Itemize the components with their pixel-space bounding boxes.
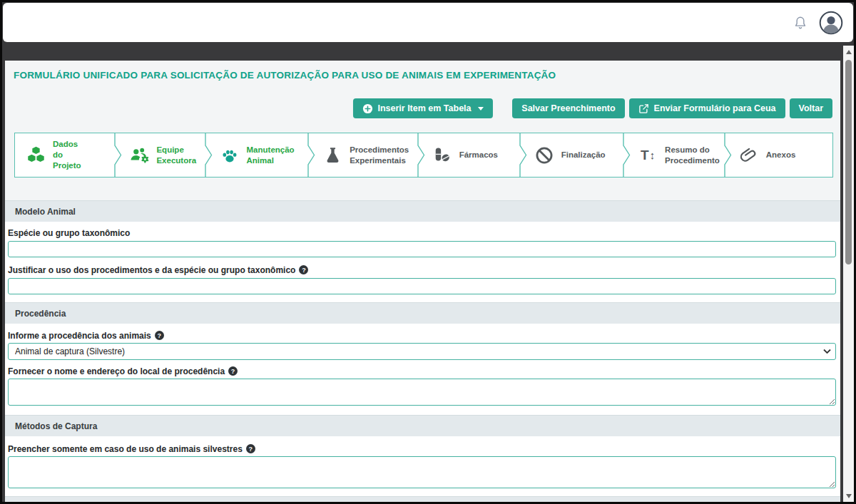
local-procedencia-label: Fornecer o nome e endereço do local de p… xyxy=(8,366,836,376)
form-body: Modelo Animal Espécie ou grupo taxonômic… xyxy=(5,200,840,502)
scroll-down-arrow-icon xyxy=(846,494,852,498)
tab-label: Fármacos xyxy=(459,150,498,160)
paw-icon xyxy=(220,145,240,165)
tab-equipe-executora[interactable]: Equipe Executora xyxy=(118,133,208,177)
save-label: Salvar Preenchimento xyxy=(521,103,615,113)
tab-resumo-do-procedimento[interactable]: T↕ Resumo do Procedimento xyxy=(627,133,728,177)
caret-down-icon xyxy=(478,107,484,110)
form-panel: FORMULÁRIO UNIFICADO PARA SOLICITAÇÃO DE… xyxy=(5,61,840,502)
especie-label: Espécie ou grupo taxonômico xyxy=(8,227,836,238)
justificativa-label: Justificar o uso dos procedimentos e da … xyxy=(8,264,836,275)
users-gear-icon xyxy=(129,145,149,165)
section-header-metodos-captura: Métodos de Captura xyxy=(5,415,840,436)
cubes-icon xyxy=(26,145,46,165)
save-button[interactable]: Salvar Preenchimento xyxy=(512,98,624,118)
section-header-next-partial xyxy=(5,496,840,502)
share-icon xyxy=(638,103,649,114)
page-title: FORMULÁRIO UNIFICADO PARA SOLICITAÇÃO DE… xyxy=(14,70,556,81)
bell-icon[interactable] xyxy=(792,14,809,32)
especie-input[interactable] xyxy=(8,241,836,257)
tab-procedimentos-experimentais[interactable]: Procedimentos Experimentais xyxy=(312,133,421,177)
procedencia-label: Informe a procedência dos animais ? xyxy=(8,330,836,341)
procedencia-select[interactable]: Animal de captura (Silvestre) xyxy=(8,343,836,360)
tab-label: Dados do Projeto xyxy=(53,139,87,170)
tab-label: Equipe Executora xyxy=(156,145,200,165)
paperclip-icon xyxy=(739,145,759,165)
local-procedencia-textarea[interactable] xyxy=(8,379,836,406)
tab-farmacos[interactable]: Fármacos xyxy=(422,133,524,177)
tab-label: Procedimentos Experimentais xyxy=(350,145,412,165)
text-height-icon: T↕ xyxy=(638,145,658,165)
tab-manutencao-animal[interactable]: Manutenção Animal xyxy=(209,133,312,177)
circle-plus-icon xyxy=(362,103,372,114)
help-icon[interactable]: ? xyxy=(299,265,308,274)
wizard-tab-bar: Dados do Projeto Equipe Executora xyxy=(14,133,833,178)
scroll-down-button[interactable] xyxy=(843,490,854,502)
pills-icon xyxy=(432,145,452,165)
help-icon[interactable]: ? xyxy=(228,366,238,376)
insert-item-label: Inserir Item em Tabela xyxy=(377,103,471,113)
tab-anexos[interactable]: Anexos xyxy=(728,133,832,177)
tab-label: Resumo do Procedimento xyxy=(665,145,720,165)
help-icon[interactable]: ? xyxy=(246,444,255,453)
user-avatar-icon[interactable] xyxy=(819,11,843,35)
section-header-modelo-animal: Modelo Animal xyxy=(5,200,840,222)
tab-finalizacao[interactable]: Finalização xyxy=(524,133,627,177)
tab-dados-do-projeto[interactable]: Dados do Projeto xyxy=(15,133,118,177)
send-to-ceua-button[interactable]: Enviar Formulário para Ceua xyxy=(629,98,785,118)
ban-icon xyxy=(534,145,554,165)
scroll-up-button[interactable] xyxy=(843,46,854,58)
tab-label: Anexos xyxy=(766,150,796,160)
flask-icon xyxy=(322,145,342,165)
scrollbar-thumb[interactable] xyxy=(845,60,852,264)
scroll-up-arrow-icon xyxy=(846,50,852,54)
send-to-ceua-label: Enviar Formulário para Ceua xyxy=(654,103,776,113)
section-header-procedencia: Procedência xyxy=(5,302,840,324)
metodos-captura-textarea[interactable] xyxy=(8,456,836,488)
insert-item-button[interactable]: Inserir Item em Tabela xyxy=(352,98,492,118)
help-icon[interactable]: ? xyxy=(155,331,164,340)
back-label: Voltar xyxy=(799,103,824,113)
metodos-captura-label: Preencher somente em caso de uso de anim… xyxy=(8,443,836,454)
top-navigation-bar xyxy=(3,3,853,42)
justificativa-input[interactable] xyxy=(8,278,836,294)
vertical-scrollbar[interactable] xyxy=(843,46,854,502)
tab-label: Finalização xyxy=(561,150,606,160)
back-button[interactable]: Voltar xyxy=(790,98,833,118)
tab-label: Manutenção Animal xyxy=(247,145,304,165)
